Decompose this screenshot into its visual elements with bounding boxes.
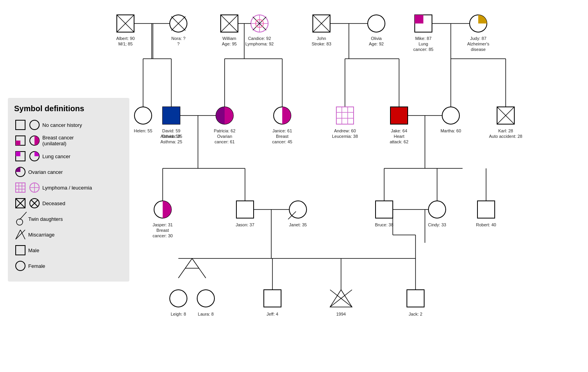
william-label1: William <box>222 36 236 41</box>
jeff-symbol <box>264 290 281 307</box>
cindy-symbol <box>428 201 446 218</box>
jasper-fill <box>163 201 171 218</box>
pedigree-svg: .label { font-family: Arial, sans-serif;… <box>0 0 588 372</box>
jake-symbol <box>390 107 408 124</box>
david-label3: Asthma: 25 <box>160 139 182 144</box>
albert-label1: Albert: 90 <box>116 36 134 41</box>
william-label2: Age: 95 <box>222 42 237 46</box>
bruce-label1: Bruce: 38 <box>375 222 393 227</box>
jack-symbol <box>407 290 424 307</box>
dummy3 <box>416 243 425 258</box>
laura-symbol <box>197 290 214 307</box>
patricia-fill <box>216 107 225 124</box>
karl-label1: Karl: 28 <box>498 128 513 133</box>
john-label1: John <box>317 36 326 41</box>
jasper-label3: cancer: 30 <box>152 233 172 238</box>
martha-label1: Martha: 60 <box>441 128 461 133</box>
david-label-fix1: David: 59 <box>162 128 180 133</box>
helen-label1: Helen: 55 <box>134 128 152 133</box>
robert-symbol <box>477 201 495 218</box>
judy-label2: Alzheimer's <box>467 42 490 46</box>
olivia-label2: Age: 92 <box>369 42 384 46</box>
janice-label1: Janice: 61 <box>272 128 292 133</box>
jasper-label2: Breast <box>156 228 169 233</box>
jasper-label1: Jasper: 31 <box>152 222 172 227</box>
patricia-label1: Patricia: 62 <box>214 128 235 133</box>
david-label-fix2: Asthma: 25 <box>160 134 182 139</box>
robert-label1: Robert: 40 <box>476 222 496 227</box>
janet-arrow <box>288 211 296 219</box>
janice-label3: cancer: 45 <box>272 139 292 144</box>
jake-label2: Heart <box>394 134 405 139</box>
nora-label2: ? <box>177 42 180 46</box>
candice-label1: Candice: 92 <box>248 36 271 41</box>
martha-symbol <box>442 107 459 124</box>
mike-label3: cancer: 85 <box>413 47 433 52</box>
jason-label1: Jason: 37 <box>236 222 254 227</box>
mike-cancer-fill <box>415 15 423 23</box>
patricia-label2: Ovarian <box>217 134 232 139</box>
janice-label2: Breast <box>276 134 289 139</box>
cindy-label1: Cindy: 33 <box>428 222 446 227</box>
jake-label1: Jake: 64 <box>391 128 407 133</box>
olivia-symbol <box>368 15 385 32</box>
miscarriage-label: 1994 <box>336 312 346 316</box>
leigh-label1: Leigh: 8 <box>171 312 186 316</box>
bruce-symbol <box>376 201 393 218</box>
jeff-label1: Jeff: 4 <box>267 312 278 316</box>
janet-label1: Janet: 35 <box>289 222 307 227</box>
olivia-label1: Olivia <box>371 36 382 41</box>
nora-label1: Nora: ? <box>171 36 185 41</box>
patricia-fill2 <box>225 107 233 124</box>
judy-label1: Judy: 87 <box>470 36 486 41</box>
andrew-label1: Andrew: 60 <box>334 128 356 133</box>
andrew-symbol <box>336 107 354 124</box>
janice-fill <box>282 107 291 124</box>
jason-symbol <box>236 201 254 218</box>
judy-label3: disease <box>471 47 486 52</box>
patricia-label3: cancer: 61 <box>214 139 234 144</box>
albert-label2: M/1; 85 <box>118 42 133 46</box>
jake-label3: attack: 62 <box>390 139 408 144</box>
mike-label1: Mike: 87 <box>415 36 432 41</box>
john-label2: Stroke: 83 <box>312 42 331 46</box>
karl-label2: Auto accident: 28 <box>489 134 522 139</box>
leigh-symbol <box>170 290 187 307</box>
mike-label2: Lung <box>419 42 428 46</box>
laura-label1: Laura: 8 <box>198 312 214 316</box>
judy-fill <box>478 15 487 23</box>
david-fill-cover <box>163 107 180 124</box>
andrew-label2: Leucemia: 38 <box>332 134 358 139</box>
helen-symbol <box>134 107 152 124</box>
candice-label2: Lymphoma: 92 <box>245 42 274 46</box>
jack-label1: Jack: 2 <box>409 312 423 316</box>
